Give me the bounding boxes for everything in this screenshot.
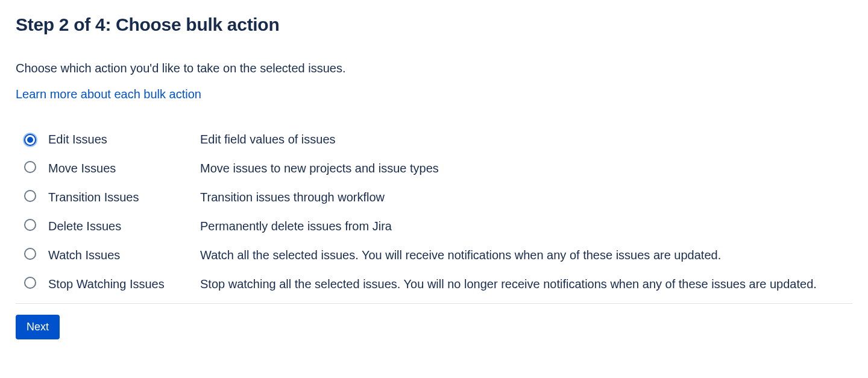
page-description: Choose which action you'd like to take o… [16,61,852,75]
option-description: Edit field values of issues [200,125,852,154]
option-description: Watch all the selected issues. You will … [200,241,852,269]
option-stop-watching-issues[interactable]: Stop Watching Issues Stop watching all t… [16,269,852,298]
radio-icon [24,219,36,231]
option-label: Transition Issues [48,183,200,212]
option-label: Edit Issues [48,125,200,154]
learn-more-link[interactable]: Learn more about each bulk action [16,87,201,101]
radio-watch-issues[interactable] [24,248,36,260]
radio-icon [24,134,36,146]
divider [16,303,852,304]
option-description: Permanently delete issues from Jira [200,212,852,241]
option-label: Watch Issues [48,241,200,269]
option-move-issues[interactable]: Move Issues Move issues to new projects … [16,154,852,183]
option-label: Stop Watching Issues [48,269,200,298]
option-watch-issues[interactable]: Watch Issues Watch all the selected issu… [16,241,852,269]
radio-stop-watching-issues[interactable] [24,277,36,289]
radio-icon [24,277,36,289]
option-description: Transition issues through workflow [200,183,852,212]
option-label: Delete Issues [48,212,200,241]
option-description: Move issues to new projects and issue ty… [200,154,852,183]
radio-edit-issues[interactable] [24,134,36,146]
option-edit-issues[interactable]: Edit Issues Edit field values of issues [16,125,852,154]
radio-transition-issues[interactable] [24,190,36,202]
option-label: Move Issues [48,154,200,183]
bulk-action-options: Edit Issues Edit field values of issues … [16,125,852,298]
radio-icon [24,248,36,260]
option-description: Stop watching all the selected issues. Y… [200,269,852,298]
radio-delete-issues[interactable] [24,219,36,231]
option-transition-issues[interactable]: Transition Issues Transition issues thro… [16,183,852,212]
page-title: Step 2 of 4: Choose bulk action [16,14,852,35]
radio-icon [24,161,36,173]
radio-move-issues[interactable] [24,161,36,173]
option-delete-issues[interactable]: Delete Issues Permanently delete issues … [16,212,852,241]
radio-icon [24,190,36,202]
next-button[interactable]: Next [16,315,60,339]
